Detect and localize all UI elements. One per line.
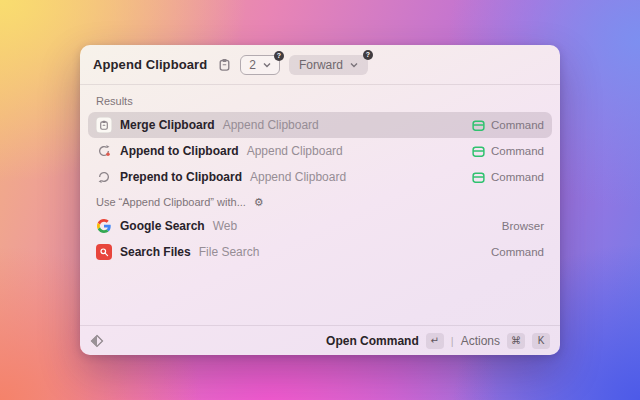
raycast-window: Append Clipboard 2 ? Forward ? Result xyxy=(80,45,560,355)
clipboard-badge-icon xyxy=(96,117,112,133)
row-accessory: Browser xyxy=(502,220,544,232)
section-header-use-with: Use “Append Clipboard” with... ⚙ xyxy=(88,190,552,213)
accessory-label: Browser xyxy=(502,220,544,232)
prepend-clipboard-icon xyxy=(96,169,112,185)
chevron-down-icon xyxy=(350,61,358,69)
row-title: Merge Clipboard xyxy=(120,118,215,132)
gear-icon[interactable]: ⚙ xyxy=(254,197,264,208)
row-accessory: Command xyxy=(491,246,544,258)
footer-divider: | xyxy=(451,335,454,347)
command-header: Append Clipboard 2 ? Forward ? xyxy=(80,45,560,85)
row-title: Prepend to Clipboard xyxy=(120,170,242,184)
row-subtitle: File Search xyxy=(199,245,260,259)
actions-button[interactable]: Actions xyxy=(461,334,500,348)
accessory-label: Command xyxy=(491,145,544,157)
row-accessory: Command xyxy=(472,145,544,158)
accessory-label: Command xyxy=(491,171,544,183)
accessory-label: Command xyxy=(491,246,544,258)
row-subtitle: Web xyxy=(213,219,237,233)
chevron-down-icon xyxy=(263,61,271,69)
append-clipboard-icon xyxy=(96,143,112,159)
row-accessory: Command xyxy=(472,171,544,184)
paste-count-value: 2 xyxy=(249,58,256,72)
list-item-search-files[interactable]: Search Files File Search Command xyxy=(88,239,552,265)
action-bar: Open Command ↵ | Actions ⌘ K xyxy=(80,325,560,355)
raycast-diamond-icon xyxy=(90,334,104,348)
results-list: Results Merge Clipboard Append Clipboard… xyxy=(80,85,560,265)
google-g-icon xyxy=(96,218,112,234)
cmd-key-badge: ⌘ xyxy=(507,333,525,349)
direction-dropdown[interactable]: Forward ? xyxy=(289,55,368,75)
clipboard-icon xyxy=(218,58,231,71)
list-item-merge-clipboard[interactable]: Merge Clipboard Append Clipboard Command xyxy=(88,112,552,138)
open-command-button[interactable]: Open Command xyxy=(326,334,419,348)
file-search-icon xyxy=(96,244,112,260)
list-item-prepend-to-clipboard[interactable]: Prepend to Clipboard Append Clipboard Co… xyxy=(88,164,552,190)
command-window-icon xyxy=(472,119,485,132)
enter-key-badge: ↵ xyxy=(426,333,444,349)
accessory-label: Command xyxy=(491,119,544,131)
row-subtitle: Append Clipboard xyxy=(250,170,346,184)
section-header-results: Results xyxy=(88,89,552,112)
page-title: Append Clipboard xyxy=(93,57,207,72)
list-item-append-to-clipboard[interactable]: Append to Clipboard Append Clipboard Com… xyxy=(88,138,552,164)
row-accessory: Command xyxy=(472,119,544,132)
list-item-google-search[interactable]: Google Search Web Browser xyxy=(88,213,552,239)
row-subtitle: Append Clipboard xyxy=(223,118,319,132)
help-badge[interactable]: ? xyxy=(363,50,373,60)
k-key-badge: K xyxy=(532,333,550,349)
row-subtitle: Append Clipboard xyxy=(247,144,343,158)
command-window-icon xyxy=(472,145,485,158)
command-window-icon xyxy=(472,171,485,184)
direction-value: Forward xyxy=(299,58,343,72)
help-badge[interactable]: ? xyxy=(274,51,284,61)
row-title: Append to Clipboard xyxy=(120,144,239,158)
paste-count-dropdown[interactable]: 2 ? xyxy=(240,55,280,75)
row-title: Search Files xyxy=(120,245,191,259)
row-title: Google Search xyxy=(120,219,205,233)
